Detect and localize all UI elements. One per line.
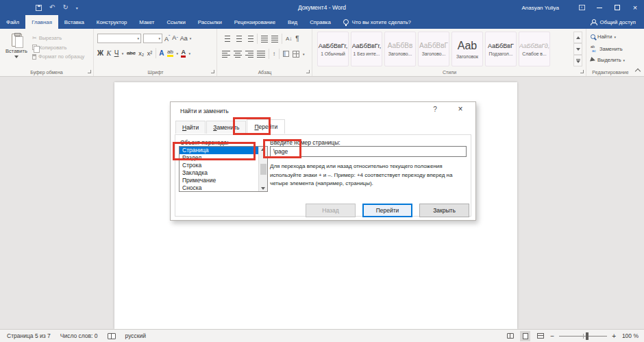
tab-insert[interactable]: Вставка: [58, 15, 90, 29]
minimize-button[interactable]: [591, 0, 608, 15]
styles-scroll-down-button[interactable]: [573, 43, 582, 55]
zoom-in-button[interactable]: +: [612, 332, 616, 340]
align-center-button[interactable]: [234, 51, 242, 58]
save-icon[interactable]: [36, 5, 42, 11]
styles-scroll-up-button[interactable]: [573, 32, 582, 43]
clipboard-dialog-launcher-icon[interactable]: [88, 70, 91, 73]
tab-references[interactable]: Ссылки: [160, 15, 191, 29]
superscript-button[interactable]: х²: [147, 50, 153, 57]
tab-view[interactable]: Вид: [282, 15, 304, 29]
chevron-down-icon[interactable]: ▾: [188, 51, 190, 56]
dialog-close-button[interactable]: ×: [455, 104, 466, 114]
chevron-down-icon[interactable]: ▾: [176, 51, 178, 56]
list-item-comment[interactable]: Примечание: [179, 177, 258, 184]
page-indicator[interactable]: Страница 5 из 7: [7, 332, 51, 339]
shrink-font-button[interactable]: А: [172, 34, 177, 43]
zoom-slider-handle[interactable]: [586, 332, 589, 340]
zoom-out-button[interactable]: −: [550, 332, 554, 340]
scroll-down-icon[interactable]: [261, 187, 265, 190]
shading-button[interactable]: [283, 51, 289, 57]
show-formatting-button[interactable]: ¶: [295, 35, 299, 42]
tab-review[interactable]: Рецензирование: [228, 15, 282, 29]
font-color-button[interactable]: А: [181, 49, 186, 58]
user-name[interactable]: Anasyan Yuliya: [521, 5, 559, 11]
copy-button[interactable]: Копировать: [32, 45, 84, 51]
customize-qat-icon[interactable]: ▾: [76, 5, 78, 10]
paste-button[interactable]: Вставить: [3, 32, 29, 70]
maximize-button[interactable]: [608, 0, 626, 15]
style-card-normal[interactable]: АаБбВвГг,1 Обычный: [317, 32, 349, 66]
find-button[interactable]: Найти ▾: [591, 34, 616, 40]
paragraph-dialog-launcher-icon[interactable]: [306, 70, 310, 73]
numbering-button[interactable]: [234, 36, 242, 42]
back-button[interactable]: Назад: [306, 204, 356, 217]
tab-design[interactable]: Конструктор: [90, 15, 133, 29]
language-indicator[interactable]: русский: [125, 332, 147, 339]
share-button[interactable]: Общий доступ: [591, 15, 644, 29]
chevron-down-icon[interactable]: ▾: [303, 52, 305, 56]
decrease-indent-button[interactable]: [261, 36, 268, 42]
highlight-color-button[interactable]: ab: [167, 49, 173, 57]
tell-me-box[interactable]: Что вы хотите сделать?: [337, 15, 417, 29]
align-right-button[interactable]: [245, 51, 253, 58]
justify-button[interactable]: [257, 51, 265, 58]
tab-file[interactable]: Файл: [0, 15, 25, 29]
tab-help[interactable]: Справка: [304, 15, 337, 29]
redo-icon[interactable]: ↻: [62, 4, 68, 11]
font-name-combo[interactable]: ▾: [97, 34, 141, 43]
style-card-title[interactable]: AabЗаголовок: [451, 32, 483, 66]
styles-dialog-launcher-icon[interactable]: [580, 70, 584, 73]
bold-button[interactable]: Ж: [97, 49, 103, 57]
list-item-bookmark[interactable]: Закладка: [179, 169, 258, 177]
close-dialog-button[interactable]: Закрыть: [419, 204, 469, 217]
close-button[interactable]: ×: [626, 0, 644, 15]
zoom-level[interactable]: 100 %: [621, 332, 639, 339]
paste-dropdown-icon[interactable]: [14, 56, 18, 58]
style-card-subtitle[interactable]: АаБбВвГПодзагол...: [485, 32, 517, 66]
line-spacing-button[interactable]: ↕: [273, 51, 275, 57]
bullets-button[interactable]: [222, 36, 230, 42]
collapse-ribbon-icon[interactable]: [635, 69, 641, 74]
style-card-heading2[interactable]: АаБбВвГЗаголово...: [418, 32, 449, 66]
list-item-footnote[interactable]: Сноска: [179, 184, 258, 191]
replace-button[interactable]: Заменить: [591, 45, 623, 52]
style-card-heading1[interactable]: АаБбВвЗаголово...: [384, 32, 416, 66]
select-button[interactable]: Выделить ▾: [591, 57, 625, 63]
tab-mailings[interactable]: Рассылки: [192, 15, 228, 29]
scrollbar-thumb[interactable]: [260, 164, 267, 175]
underline-button[interactable]: Ч: [114, 49, 119, 57]
increase-indent-button[interactable]: [271, 36, 278, 42]
word-count[interactable]: Число слов: 0: [60, 332, 98, 339]
print-layout-button[interactable]: [520, 331, 530, 341]
style-card-no-spacing[interactable]: АаБбВвГг,1 Без инте...: [351, 32, 382, 66]
chevron-down-icon[interactable]: ▾: [122, 51, 124, 56]
read-mode-button[interactable]: [505, 331, 515, 341]
zoom-slider[interactable]: [559, 336, 607, 337]
ribbon-display-options-button[interactable]: ˄: [573, 0, 591, 15]
sort-button[interactable]: А↓: [286, 36, 292, 42]
grow-font-button[interactable]: А: [164, 33, 170, 43]
format-painter-button[interactable]: Формат по образцу: [32, 53, 84, 60]
subscript-button[interactable]: х₂: [138, 50, 144, 57]
change-case-button[interactable]: Аа: [180, 34, 188, 42]
borders-button[interactable]: [293, 51, 299, 58]
web-layout-button[interactable]: [535, 331, 545, 341]
align-left-button[interactable]: [222, 51, 230, 58]
multilevel-list-button[interactable]: [245, 36, 253, 42]
style-card-subtle-emphasis[interactable]: АаБбВвГд,Слабое в...: [519, 32, 550, 66]
text-effects-button[interactable]: А: [159, 49, 164, 57]
dialog-help-button[interactable]: ?: [430, 106, 440, 113]
styles-gallery-more-button[interactable]: [573, 55, 582, 66]
font-size-combo[interactable]: ▾: [143, 34, 162, 43]
cut-button[interactable]: ✂Вырезать: [32, 35, 84, 41]
goto-button[interactable]: Перейти: [362, 204, 412, 217]
proofing-icon[interactable]: [108, 333, 116, 339]
undo-icon[interactable]: ↶: [49, 4, 55, 11]
font-dialog-launcher-icon[interactable]: [211, 70, 214, 73]
tab-layout[interactable]: Макет: [133, 15, 160, 29]
tab-home[interactable]: Главная: [25, 15, 58, 29]
list-item-line[interactable]: Строка: [179, 162, 258, 169]
dialog-tab-find[interactable]: Найти: [175, 121, 206, 134]
italic-button[interactable]: К: [107, 49, 112, 57]
strikethrough-button[interactable]: abc: [127, 50, 136, 56]
